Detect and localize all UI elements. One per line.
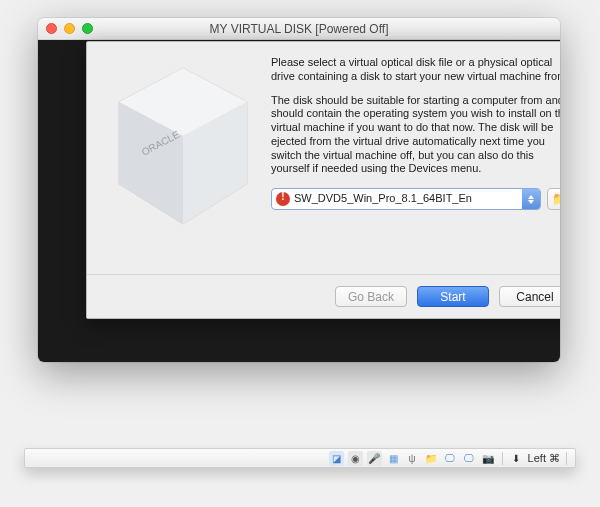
mouse-integration-icon[interactable]: ⬇ bbox=[509, 451, 524, 466]
dialog-content: ORACLE Please select a virtual optical d… bbox=[101, 54, 560, 274]
disk-selector-dropdown[interactable]: SW_DVD5_Win_Pro_8.1_64BIT_En bbox=[271, 188, 541, 210]
usb-icon[interactable]: ψ bbox=[405, 451, 420, 466]
cube-icon: ORACLE bbox=[109, 62, 257, 230]
hard-disk-icon[interactable]: ◪ bbox=[329, 451, 344, 466]
video-capture-icon[interactable]: 🖵 bbox=[462, 451, 477, 466]
chevron-updown-icon bbox=[522, 189, 540, 209]
cancel-button[interactable]: Cancel bbox=[499, 286, 560, 307]
separator bbox=[566, 452, 567, 465]
window-title: MY VIRTUAL DISK [Powered Off] bbox=[38, 22, 560, 36]
shared-folders-icon[interactable]: 📁 bbox=[424, 451, 439, 466]
camera-icon[interactable]: 📷 bbox=[481, 451, 496, 466]
network-icon[interactable]: ▦ bbox=[386, 451, 401, 466]
error-icon bbox=[276, 192, 290, 206]
browse-disk-button[interactable]: 📁 bbox=[547, 188, 560, 210]
vm-window: MY VIRTUAL DISK [Powered Off] ORACLE Ple… bbox=[38, 18, 560, 362]
separator bbox=[502, 452, 503, 465]
disk-selector-value: SW_DVD5_Win_Pro_8.1_64BIT_En bbox=[294, 192, 522, 206]
vm-status-bar: ◪ ◉ 🎤 ▦ ψ 📁 🖵 🖵 📷 ⬇ Left ⌘ bbox=[24, 448, 576, 468]
minimize-icon[interactable] bbox=[64, 23, 75, 34]
instruction-paragraph-2: The disk should be suitable for starting… bbox=[271, 94, 560, 177]
close-icon[interactable] bbox=[46, 23, 57, 34]
disk-selector-row: SW_DVD5_Win_Pro_8.1_64BIT_En 📁 bbox=[271, 188, 560, 210]
go-back-button[interactable]: Go Back bbox=[335, 286, 407, 307]
traffic-lights bbox=[38, 23, 93, 34]
start-button[interactable]: Start bbox=[417, 286, 489, 307]
host-key-label: Left ⌘ bbox=[528, 452, 560, 465]
folder-icon: 📁 bbox=[552, 191, 560, 207]
titlebar: MY VIRTUAL DISK [Powered Off] bbox=[38, 18, 560, 40]
dialog-text: Please select a virtual optical disk fil… bbox=[265, 54, 560, 274]
optical-drive-icon[interactable]: ◉ bbox=[348, 451, 363, 466]
instruction-paragraph-1: Please select a virtual optical disk fil… bbox=[271, 56, 560, 84]
display-icon[interactable]: 🖵 bbox=[443, 451, 458, 466]
virtualbox-logo: ORACLE bbox=[101, 54, 265, 274]
zoom-icon[interactable] bbox=[82, 23, 93, 34]
startup-disk-dialog: ORACLE Please select a virtual optical d… bbox=[86, 41, 560, 319]
dialog-footer: Go Back Start Cancel bbox=[87, 274, 560, 318]
audio-icon[interactable]: 🎤 bbox=[367, 451, 382, 466]
